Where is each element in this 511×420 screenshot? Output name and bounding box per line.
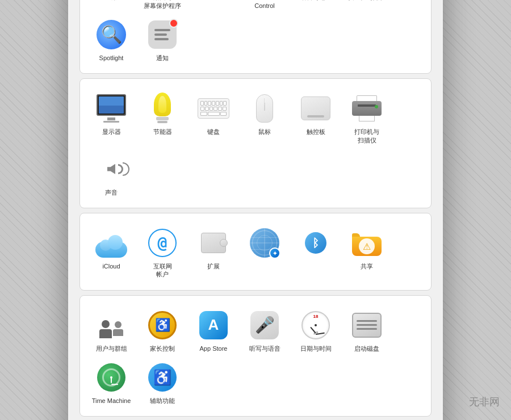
notification-pref[interactable]: 通知	[137, 14, 188, 66]
language-label: 语言与地区	[300, 0, 332, 2]
trackpad-label: 触控板	[307, 128, 325, 136]
datetime-label: 日期与时间	[300, 345, 332, 352]
appstore-label: App Store	[200, 345, 228, 352]
energy-icon	[146, 93, 178, 124]
startup-icon	[351, 309, 383, 341]
accessibility-pref[interactable]: ♿ 辅助功能	[137, 357, 188, 409]
parental-label: 家长控制	[150, 345, 175, 352]
mission-pref[interactable]: MissionControl	[239, 0, 290, 14]
section-internet: iCloud @ 互联网帐户 扩展	[79, 213, 432, 291]
network-icon: ✦	[249, 227, 280, 259]
bluetooth-pref[interactable]: ᛒ	[290, 222, 341, 283]
extensions-label: 扩展	[207, 262, 220, 270]
accessibility-label: 辅助功能	[150, 397, 175, 405]
icloud-label: iCloud	[102, 262, 120, 270]
appstore-icon: A	[198, 309, 229, 341]
icloud-pref[interactable]: iCloud	[86, 222, 137, 283]
sharing-pref[interactable]: ⚠ 共享	[341, 222, 392, 283]
sound-pref[interactable]: 声音	[86, 149, 137, 201]
appstore-pref[interactable]: A App Store	[188, 305, 239, 357]
datetime-icon: 18 18	[300, 309, 332, 341]
section-hardware: 显示器 节能器	[79, 78, 432, 208]
timemachine-label: Time Machine	[92, 397, 131, 405]
notification-icon	[146, 19, 178, 51]
language-pref[interactable]: A 语言与地区	[290, 0, 341, 14]
datetime-pref[interactable]: 18 18 日期与时间	[290, 305, 341, 357]
display-icon	[95, 93, 127, 124]
keyboard-icon	[198, 93, 229, 124]
dock-label: Dock	[206, 0, 220, 2]
icloud-icon	[95, 227, 127, 259]
printer-label: 打印机与扫描仪	[354, 128, 379, 144]
keyboard-label: 键盘	[207, 128, 220, 136]
parental-icon: ♿	[146, 309, 178, 341]
parental-pref[interactable]: ♿ 家长控制	[137, 305, 188, 357]
mouse-icon	[249, 93, 280, 124]
printer-icon	[351, 93, 383, 124]
section-personal: File N 通用	[79, 0, 432, 74]
dictation-icon: 🎤	[249, 309, 280, 341]
dock-pref[interactable]: Dock	[188, 0, 239, 14]
sharing-icon: ⚠	[351, 227, 383, 259]
sharing-label: 共享	[361, 262, 373, 270]
users-icon	[95, 309, 127, 341]
general-label: 通用	[105, 0, 118, 2]
mission-label: MissionControl	[254, 0, 275, 10]
bluetooth-icon: ᛒ	[300, 227, 332, 259]
users-pref[interactable]: 用户与群组	[86, 305, 137, 357]
accessibility-icon: ♿	[146, 362, 178, 393]
timemachine-icon	[95, 362, 127, 393]
spotlight-icon: 🔍	[95, 19, 127, 51]
desktop-label: 桌面与屏幕保护程序	[144, 0, 181, 10]
notification-label: 通知	[156, 54, 169, 62]
row2-grid: 显示器 节能器	[86, 88, 425, 201]
energy-label: 节能器	[153, 128, 172, 136]
sound-icon	[95, 153, 127, 185]
watermark: 无非网	[469, 395, 500, 409]
internet-pref[interactable]: @ 互联网帐户	[137, 222, 188, 283]
general-pref[interactable]: File N 通用	[86, 0, 137, 14]
extensions-icon	[198, 227, 229, 259]
dictation-pref[interactable]: 🎤 听写与语音	[239, 305, 290, 357]
trackpad-icon	[300, 93, 332, 124]
startup-label: 启动磁盘	[354, 345, 379, 352]
dictation-label: 听写与语音	[249, 345, 280, 352]
network-pref[interactable]: ✦	[239, 222, 290, 283]
sound-label: 声音	[105, 188, 118, 196]
trackpad-pref[interactable]: 触控板	[290, 88, 341, 149]
security-label: 安全性与隐私	[348, 0, 386, 2]
system-preferences-window: ‹ › 系统偏好设置 🔍 ✕	[68, 0, 443, 420]
display-pref[interactable]: 显示器	[86, 88, 137, 149]
internet-label: 互联网帐户	[153, 262, 172, 279]
extensions-pref[interactable]: 扩展	[188, 222, 239, 283]
timemachine-pref[interactable]: Time Machine	[86, 357, 137, 409]
row1-grid: File N 通用	[86, 0, 425, 66]
display-label: 显示器	[102, 128, 121, 136]
printer-pref[interactable]: 打印机与扫描仪	[341, 88, 392, 149]
content-area: File N 通用	[68, 0, 443, 420]
security-pref[interactable]: 🔒 安全性与隐私	[341, 0, 392, 14]
startup-pref[interactable]: 启动磁盘	[341, 305, 392, 357]
spotlight-label: Spotlight	[99, 54, 124, 62]
mouse-label: 鼠标	[258, 128, 271, 136]
internet-icon: @	[146, 227, 178, 259]
keyboard-pref[interactable]: 键盘	[188, 88, 239, 149]
section-system: 用户与群组 ♿ 家长控制 A App Store	[79, 295, 432, 417]
row4-grid: 用户与群组 ♿ 家长控制 A App Store	[86, 305, 425, 410]
row3-grid: iCloud @ 互联网帐户 扩展	[86, 222, 425, 283]
users-label: 用户与群组	[96, 345, 127, 352]
spotlight-pref[interactable]: 🔍 Spotlight	[86, 14, 137, 66]
mouse-pref[interactable]: 鼠标	[239, 88, 290, 149]
energy-pref[interactable]: 节能器	[137, 88, 188, 149]
desktop-pref[interactable]: 桌面与屏幕保护程序	[137, 0, 188, 14]
